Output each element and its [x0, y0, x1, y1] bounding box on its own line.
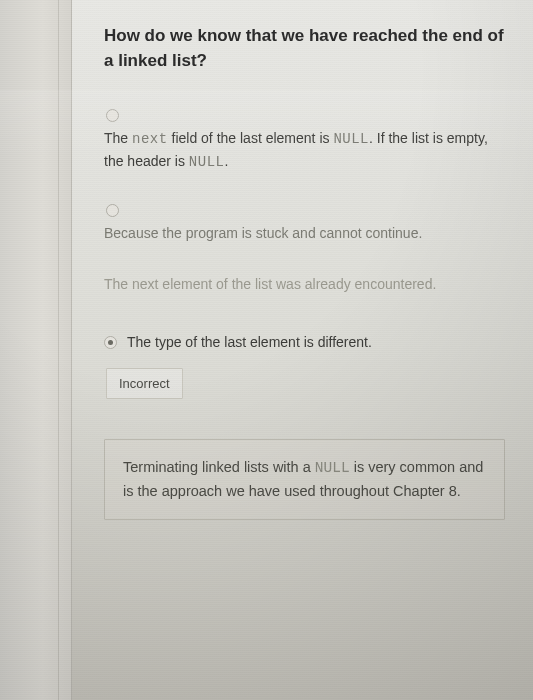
option-2[interactable]: Because the program is stuck and cannot … [104, 204, 505, 245]
radio-icon[interactable] [106, 204, 119, 217]
question-text: How do we know that we have reached the … [104, 24, 505, 73]
explanation-box: Terminating linked lists with a NULL is … [104, 439, 505, 520]
option-1[interactable]: The next field of the last element is NU… [104, 109, 505, 173]
radio-icon[interactable] [106, 109, 119, 122]
text-fragment: . [224, 153, 228, 169]
radio-icon-selected[interactable] [104, 336, 117, 349]
option-2-text: Because the program is stuck and cannot … [104, 223, 505, 245]
explanation-code: NULL [315, 460, 350, 476]
option-4[interactable]: The type of the last element is differen… [104, 332, 505, 399]
code-fragment: NULL [333, 131, 369, 147]
option-4-row: The type of the last element is differen… [104, 332, 505, 354]
page-left-margin [0, 0, 72, 700]
content-area: How do we know that we have reached the … [72, 0, 533, 700]
option-4-text: The type of the last element is differen… [127, 332, 372, 354]
option-1-text: The next field of the last element is NU… [104, 128, 505, 173]
code-fragment: next [132, 131, 168, 147]
explanation-text-pre: Terminating linked lists with a [123, 459, 315, 475]
option-3[interactable]: The next element of the list was already… [104, 274, 505, 296]
text-fragment: field of the last element is [168, 130, 334, 146]
feedback-badge: Incorrect [106, 368, 183, 399]
text-fragment: The [104, 130, 132, 146]
option-3-text: The next element of the list was already… [104, 274, 505, 296]
code-fragment: NULL [189, 154, 225, 170]
